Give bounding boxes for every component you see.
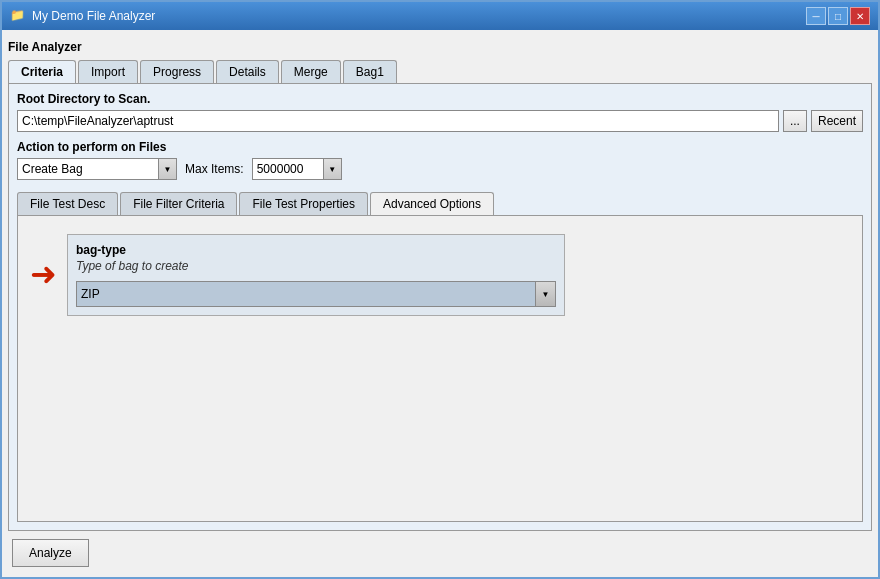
tab-file-filter-criteria[interactable]: File Filter Criteria [120,192,237,215]
tab-details[interactable]: Details [216,60,279,83]
tab-import[interactable]: Import [78,60,138,83]
title-bar-buttons: ─ □ ✕ [806,7,870,25]
bag-type-select[interactable]: ZIP TAR Directory [77,282,535,306]
inner-tabs: File Test Desc File Filter Criteria File… [17,192,863,215]
action-select-wrap: Create Bag Scan Files Export ▼ [17,158,177,180]
tab-file-test-desc[interactable]: File Test Desc [17,192,118,215]
maximize-button[interactable]: □ [828,7,848,25]
root-dir-section: Root Directory to Scan. ... Recent [17,92,863,132]
main-content: File Analyzer Criteria Import Progress D… [2,30,878,577]
bottom-bar: Analyze [8,531,872,571]
main-window: 📁 My Demo File Analyzer ─ □ ✕ File Analy… [0,0,880,579]
window-title: My Demo File Analyzer [32,9,155,23]
root-dir-label: Root Directory to Scan. [17,92,863,106]
title-bar-left: 📁 My Demo File Analyzer [10,8,155,24]
browse-button[interactable]: ... [783,110,807,132]
app-label: File Analyzer [8,36,872,60]
bag-type-dropdown-arrow[interactable]: ▼ [535,282,555,306]
title-bar: 📁 My Demo File Analyzer ─ □ ✕ [2,2,878,30]
action-select-arrow: ▼ [158,159,176,179]
action-label: Action to perform on Files [17,140,863,154]
tab-advanced-options[interactable]: Advanced Options [370,192,494,215]
advanced-options-content: ➜ bag-type Type of bag to create ZIP TAR… [17,215,863,522]
minimize-button[interactable]: ─ [806,7,826,25]
close-button[interactable]: ✕ [850,7,870,25]
analyze-button[interactable]: Analyze [12,539,89,567]
root-dir-input[interactable] [17,110,779,132]
arrow-area: ➜ [30,258,57,290]
action-select[interactable]: Create Bag Scan Files Export [18,159,103,179]
bag-type-description: Type of bag to create [76,259,556,273]
criteria-tab-content: Root Directory to Scan. ... Recent Actio… [8,83,872,531]
max-items-select-wrap: 5000000 1000000 10000000 ▼ [252,158,342,180]
inner-tabs-container: File Test Desc File Filter Criteria File… [17,192,863,522]
bag-type-area: ➜ bag-type Type of bag to create ZIP TAR… [30,228,850,316]
recent-button[interactable]: Recent [811,110,863,132]
root-dir-row: ... Recent [17,110,863,132]
tab-merge[interactable]: Merge [281,60,341,83]
action-section: Action to perform on Files Create Bag Sc… [17,140,863,180]
action-row: Create Bag Scan Files Export ▼ Max Items… [17,158,863,180]
app-icon: 📁 [10,8,26,24]
tab-file-test-properties[interactable]: File Test Properties [239,192,368,215]
bag-type-select-container: ZIP TAR Directory ▼ [76,281,556,307]
bag-type-name: bag-type [76,243,556,257]
right-arrow-icon: ➜ [30,258,57,290]
max-items-select[interactable]: 5000000 1000000 10000000 [253,159,331,179]
tab-criteria[interactable]: Criteria [8,60,76,83]
max-items-label: Max Items: [185,162,244,176]
main-tabs: Criteria Import Progress Details Merge B… [8,60,872,83]
tab-progress[interactable]: Progress [140,60,214,83]
tab-bag1[interactable]: Bag1 [343,60,397,83]
bag-type-panel: bag-type Type of bag to create ZIP TAR D… [67,234,565,316]
